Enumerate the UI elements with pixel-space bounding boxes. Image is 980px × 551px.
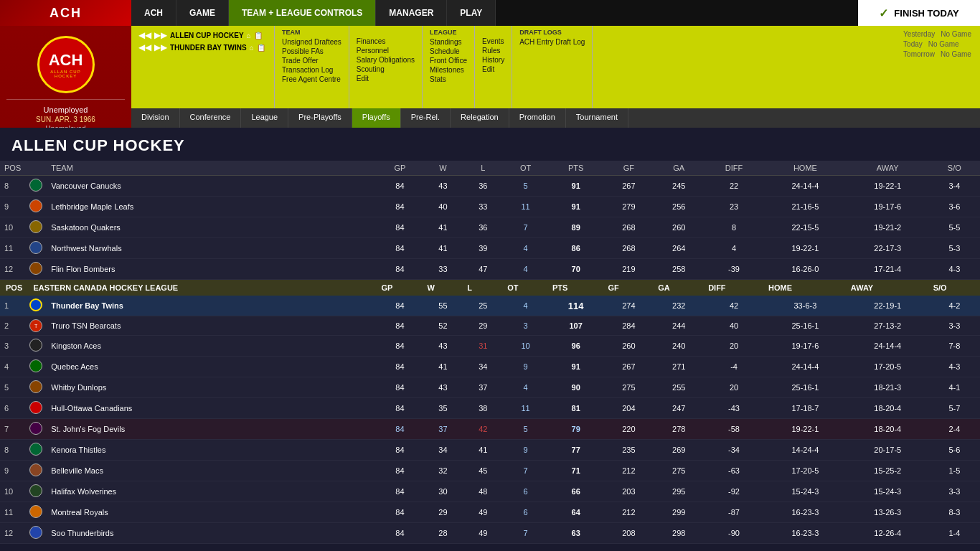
menu-unsigned-draftees[interactable]: Unsigned Draftees bbox=[282, 38, 341, 46]
finish-today-button[interactable]: ✓ FINISH TODAY bbox=[858, 0, 980, 26]
yesterday-value: No Game bbox=[941, 30, 971, 38]
menu-scouting[interactable]: Scouting bbox=[357, 65, 415, 73]
tab-ach[interactable]: ACH bbox=[131, 0, 176, 26]
tab-relegation[interactable]: Relegation bbox=[451, 106, 509, 128]
tab-pre-playoffs[interactable]: Pre-Playoffs bbox=[288, 106, 352, 128]
thunder-bay-label: THUNDER BAY TWINS bbox=[170, 44, 247, 52]
table-row[interactable]: 12 Flin Flon Bombers 8433474 70219258-39… bbox=[0, 259, 980, 280]
tab-playoffs[interactable]: Playoffs bbox=[352, 106, 401, 128]
table-row[interactable]: 9 Lethbridge Maple Leafs 84403311 912792… bbox=[0, 197, 980, 217]
table-row[interactable]: 2 T Truro TSN Bearcats 8452293 107284244… bbox=[0, 316, 980, 336]
standings-tabs: Division Conference League Pre-Playoffs … bbox=[131, 106, 980, 128]
main-content: ALLEN CUP HOCKEY POS TEAM GPWLOT PTSGFGA… bbox=[0, 128, 980, 551]
menu-history[interactable]: History bbox=[482, 56, 504, 64]
checkmark-icon: ✓ bbox=[879, 6, 888, 20]
tab-team-league[interactable]: TEAM + LEAGUE CONTROLS bbox=[229, 0, 376, 26]
table-row[interactable]: 4 Quebec Aces 8441349 91267271-4 24-14-4… bbox=[0, 357, 980, 377]
menu-milestones[interactable]: Milestones bbox=[430, 66, 467, 74]
allen-cup-label: ALLEN CUP HOCKEY bbox=[170, 32, 244, 39]
today-label: Today bbox=[903, 40, 923, 48]
table-row[interactable]: 5 Whitby Dunlops 8443374 9027525520 25-1… bbox=[0, 377, 980, 398]
menu-edit-team[interactable]: Edit bbox=[357, 75, 415, 83]
menu-stats[interactable]: Stats bbox=[430, 75, 467, 83]
menu-finances[interactable]: Finances bbox=[357, 37, 415, 45]
date-panel: Yesterday No Game Today No Game Tomorrow… bbox=[895, 26, 980, 108]
menu-salary-obligations[interactable]: Salary Obligations bbox=[357, 56, 415, 64]
tb-home-icon[interactable]: ⌂ bbox=[250, 44, 254, 52]
tab-tournament[interactable]: Tournament bbox=[566, 106, 628, 128]
league-menu-section: LEAGUE Standings Schedule Front Office M… bbox=[423, 26, 475, 108]
tab-division[interactable]: Division bbox=[131, 106, 180, 128]
team-nav-section: ◀◀ ▶▶ ALLEN CUP HOCKEY ⌂ 📋 ◀◀ ▶▶ THUNDER… bbox=[131, 26, 275, 108]
page-title: ALLEN CUP HOCKEY bbox=[0, 128, 980, 161]
tab-league[interactable]: League bbox=[241, 106, 288, 128]
table-row[interactable]: 9 Belleville Macs 8432457 71212275-63 17… bbox=[0, 461, 980, 481]
table-row[interactable]: 3 Kingston Aces 84433110 9626024020 19-1… bbox=[0, 336, 980, 357]
sidebar-date: SUN. APR. 3 1966 bbox=[36, 116, 95, 123]
team2-left-arrow[interactable]: ◀◀ bbox=[138, 42, 151, 52]
yesterday-label: Yesterday bbox=[903, 30, 935, 38]
menu-rules[interactable]: Rules bbox=[482, 47, 504, 55]
menu-transaction-log[interactable]: Transaction Log bbox=[282, 66, 341, 74]
table-row[interactable]: 10 Saskatoon Quakers 8441367 892682608 2… bbox=[0, 217, 980, 238]
tb-info-icon[interactable]: 📋 bbox=[257, 44, 265, 52]
table-row[interactable]: 6 Hull-Ottawa Canadians 84353811 8120424… bbox=[0, 398, 980, 419]
menu-ach-draft-log[interactable]: ACH Entry Draft Log bbox=[519, 38, 585, 46]
menu-possible-fas[interactable]: Possible FAs bbox=[282, 47, 341, 55]
tomorrow-label: Tomorrow bbox=[903, 50, 935, 58]
tomorrow-value: No Game bbox=[941, 50, 971, 58]
menu-personnel[interactable]: Personnel bbox=[357, 47, 415, 55]
table-row[interactable]: 8 Kenora Thistles 8434419 77235269-34 14… bbox=[0, 440, 980, 461]
menu-edit-league[interactable]: Edit bbox=[482, 65, 504, 73]
team2-right-arrow[interactable]: ▶▶ bbox=[154, 42, 167, 52]
standings-table: POS TEAM GPWLOT PTSGFGADIFF HOMEAWAYS/O … bbox=[0, 161, 980, 544]
tab-promotion[interactable]: Promotion bbox=[509, 106, 566, 128]
tab-manager[interactable]: MANAGER bbox=[376, 0, 447, 26]
team-left-arrow[interactable]: ◀◀ bbox=[138, 30, 151, 40]
sidebar-username: Unemployed bbox=[44, 105, 88, 114]
menu-free-agent-centre[interactable]: Free Agent Centre bbox=[282, 75, 341, 83]
tab-conference[interactable]: Conference bbox=[180, 106, 242, 128]
eastern-division-header: POS EASTERN CANADA HOCKEY LEAGUE GPWLOT … bbox=[0, 280, 980, 296]
table-row[interactable]: 1 Thunder Bay Twins 8455254 11427423242 … bbox=[0, 296, 980, 316]
table-row[interactable]: 11 Montreal Royals 8429496 64212299-87 1… bbox=[0, 502, 980, 523]
sidebar-logo: ACH ALLAN CUP HOCKEY bbox=[37, 36, 95, 93]
table-row[interactable]: 12 Soo Thunderbirds 8428497 63208298-90 … bbox=[0, 523, 980, 544]
menu-trade-offer[interactable]: Trade Offer bbox=[282, 57, 341, 65]
ach-logo: ACH bbox=[0, 0, 131, 26]
menu-front-office[interactable]: Front Office bbox=[430, 57, 467, 65]
menu-schedule[interactable]: Schedule bbox=[430, 47, 467, 55]
team-right-arrow[interactable]: ▶▶ bbox=[154, 30, 167, 40]
table-row[interactable]: 7 St. John's Fog Devils 8437425 79220278… bbox=[0, 419, 980, 440]
tab-pre-rel[interactable]: Pre-Rel. bbox=[401, 106, 451, 128]
events-menu-section: Events Rules History Edit bbox=[475, 26, 512, 108]
today-value: No Game bbox=[928, 40, 959, 48]
table-row[interactable]: 10 Halifax Wolverines 8430486 66203295-9… bbox=[0, 481, 980, 502]
finances-menu-section: Finances Personnel Salary Obligations Sc… bbox=[349, 26, 423, 108]
menu-standings[interactable]: Standings bbox=[430, 38, 467, 46]
team-menu-section: TEAM Unsigned Draftees Possible FAs Trad… bbox=[275, 26, 349, 108]
table-row[interactable]: 8 Vancouver Canucks 8443365 9126724522 2… bbox=[0, 176, 980, 197]
draft-menu-section: DRAFT LOGS ACH Entry Draft Log bbox=[512, 26, 593, 108]
ac-info-icon[interactable]: 📋 bbox=[254, 32, 263, 39]
tab-play[interactable]: PLAY bbox=[447, 0, 496, 26]
sidebar-divider bbox=[6, 99, 125, 100]
menu-events[interactable]: Events bbox=[482, 37, 504, 45]
ac-home-icon[interactable]: ⌂ bbox=[247, 32, 251, 39]
table-row[interactable]: 11 Northwest Narwhals 8441394 862682644 … bbox=[0, 238, 980, 259]
tab-game[interactable]: GAME bbox=[176, 0, 229, 26]
